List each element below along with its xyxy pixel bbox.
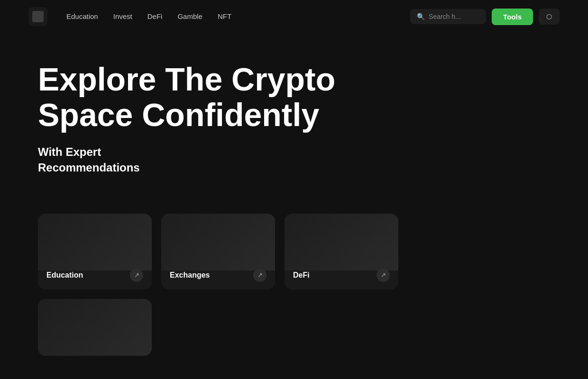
card-exchanges-content: Exchanges ↗ bbox=[170, 269, 266, 282]
card-defi-content: DeFi ↗ bbox=[293, 269, 390, 282]
hero-title: Explore The Crypto Space Confidently bbox=[38, 62, 370, 133]
nav-link-education[interactable]: Education bbox=[66, 12, 98, 20]
nav-item-gamble[interactable]: Gamble bbox=[177, 12, 202, 21]
hero-title-line1: Explore The Crypto bbox=[38, 61, 335, 97]
card-education-content: Education ↗ bbox=[46, 269, 143, 282]
arrow-icon: ↗ bbox=[381, 271, 386, 279]
card-defi[interactable]: DeFi ↗ bbox=[285, 214, 398, 289]
logo bbox=[28, 7, 47, 26]
nav-link-defi[interactable]: DeFi bbox=[147, 12, 163, 20]
card-exchanges-arrow: ↗ bbox=[253, 269, 266, 282]
nav-item-defi[interactable]: DeFi bbox=[147, 12, 163, 21]
card-bottom[interactable] bbox=[38, 299, 152, 356]
arrow-icon: ↗ bbox=[257, 271, 263, 279]
navbar: Education Invest DeFi Gamble NFT 🔍 Tools… bbox=[0, 0, 588, 33]
tools-button[interactable]: Tools bbox=[492, 9, 533, 25]
nav-link-gamble[interactable]: Gamble bbox=[177, 12, 202, 20]
hero-subtitle-line2: Recommendations bbox=[38, 161, 140, 174]
nav-links: Education Invest DeFi Gamble NFT bbox=[66, 12, 231, 21]
arrow-icon: ↗ bbox=[134, 271, 139, 279]
hero-subtitle: With Expert Recommendations bbox=[38, 144, 275, 176]
nav-link-invest[interactable]: Invest bbox=[113, 12, 132, 20]
nav-item-nft[interactable]: NFT bbox=[218, 12, 231, 21]
nav-link-nft[interactable]: NFT bbox=[218, 12, 231, 20]
wallet-icon: ⬡ bbox=[546, 13, 552, 20]
card-defi-label: DeFi bbox=[293, 271, 310, 280]
card-education-label: Education bbox=[46, 271, 83, 280]
card-exchanges-label: Exchanges bbox=[170, 271, 210, 280]
hero-title-line2: Space Confidently bbox=[38, 97, 319, 133]
card-education[interactable]: Education ↗ bbox=[38, 214, 152, 289]
hero-subtitle-line1: With Expert bbox=[38, 145, 101, 158]
search-icon: 🔍 bbox=[417, 13, 425, 20]
wallet-button[interactable]: ⬡ bbox=[539, 9, 560, 25]
navbar-left: Education Invest DeFi Gamble NFT bbox=[28, 7, 231, 26]
hero-section: Explore The Crypto Space Confidently Wit… bbox=[0, 33, 588, 195]
nav-item-education[interactable]: Education bbox=[66, 12, 98, 21]
search-input[interactable] bbox=[429, 13, 479, 20]
card-defi-arrow: ↗ bbox=[377, 269, 390, 282]
logo-icon bbox=[32, 11, 44, 22]
card-education-arrow: ↗ bbox=[130, 269, 143, 282]
search-bar[interactable]: 🔍 bbox=[410, 9, 486, 24]
navbar-right: 🔍 Tools ⬡ bbox=[410, 9, 560, 25]
nav-item-invest[interactable]: Invest bbox=[113, 12, 132, 21]
card-exchanges[interactable]: Exchanges ↗ bbox=[161, 214, 275, 289]
cards-section: Education ↗ Exchanges ↗ DeFi ↗ bbox=[0, 195, 588, 356]
